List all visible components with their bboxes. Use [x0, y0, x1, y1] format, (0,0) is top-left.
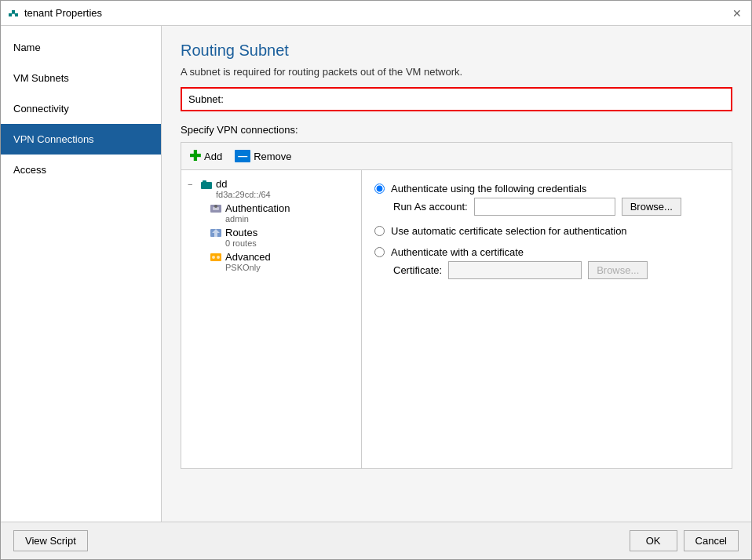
radio3-container: Authenticate with a certificate Certific… [374, 246, 719, 279]
tree-advanced-sublabel: PSKOnly [225, 263, 271, 272]
cert-row: Certificate: Browse... [393, 261, 719, 279]
sidebar: Name VM Subnets Connectivity VPN Connect… [1, 26, 162, 522]
svg-point-9 [214, 205, 217, 208]
tree-root-label-group: dd fd3a:29cd::/64 [216, 178, 271, 199]
remove-button[interactable]: — Remove [235, 150, 291, 162]
radio2-label: Use automatic certificate selection for … [391, 225, 627, 237]
tree-routes-label: Routes [225, 227, 257, 238]
tree-root-icon [200, 178, 213, 191]
description-text: A subnet is required for routing packets… [181, 66, 732, 78]
tree-auth-item[interactable]: Authentication admin [206, 201, 358, 225]
tree-routes-sublabel: 0 routes [225, 238, 257, 248]
tree-advanced-label-group: Advanced PSKOnly [225, 251, 271, 272]
footer-buttons: OK Cancel [630, 530, 739, 551]
add-label: Add [204, 151, 222, 162]
radio2-row: Use automatic certificate selection for … [374, 225, 719, 237]
sidebar-item-vm-subnets[interactable]: VM Subnets [1, 63, 161, 93]
sidebar-item-access[interactable]: Access [1, 155, 161, 185]
tree-pane: − dd fd3a:29cd::/64 [181, 170, 362, 468]
main-window: tenant Properties ✕ Name VM Subnets Conn… [0, 0, 752, 560]
run-as-input[interactable] [474, 198, 615, 216]
tree-expand-icon: − [188, 180, 197, 189]
vpn-section-label: Specify VPN connections: [181, 124, 732, 136]
radio2-input[interactable] [374, 226, 385, 236]
tree-advanced-label: Advanced [225, 251, 271, 263]
radio1-label: Authenticate using the following credent… [391, 183, 586, 195]
ok-button[interactable]: OK [630, 530, 677, 551]
radio1-row: Authenticate using the following credent… [374, 183, 719, 195]
tree-routes-item[interactable]: Routes 0 routes [206, 225, 358, 249]
tree-auth-sublabel: admin [225, 214, 290, 224]
title-bar-left: tenant Properties [7, 7, 102, 20]
tree-auth-icon [210, 202, 222, 215]
tree-routes-icon [210, 227, 222, 239]
cert-label: Certificate: [393, 264, 442, 276]
tree-root-label: dd [216, 178, 271, 190]
window-icon [7, 7, 20, 20]
vpn-panel: ✚ Add — Remove − [181, 142, 732, 469]
svg-rect-2 [12, 10, 15, 13]
radio1-container: Authenticate using the following credent… [374, 183, 719, 216]
content-area: Routing Subnet A subnet is required for … [162, 26, 751, 522]
add-icon: ✚ [189, 147, 201, 165]
svg-rect-6 [203, 180, 206, 183]
subnet-row: Subnet: [181, 87, 732, 111]
remove-label: Remove [254, 151, 291, 162]
tree-root-sublabel: fd3a:29cd::/64 [216, 190, 271, 199]
tree-advanced-icon [210, 251, 222, 264]
sidebar-item-connectivity[interactable]: Connectivity [1, 93, 161, 124]
run-as-label: Run As account: [393, 201, 468, 213]
main-content: Name VM Subnets Connectivity VPN Connect… [1, 26, 751, 522]
svg-point-14 [217, 256, 220, 259]
cert-input[interactable] [448, 261, 582, 279]
sidebar-item-vpn-connections[interactable]: VPN Connections [1, 124, 161, 155]
svg-rect-5 [201, 182, 212, 189]
tree-auth-label: Authentication [225, 202, 290, 214]
vpn-toolbar: ✚ Add — Remove [181, 143, 732, 170]
tree-routes-label-group: Routes 0 routes [225, 227, 257, 248]
window-title: tenant Properties [24, 7, 102, 19]
footer: View Script OK Cancel [1, 522, 751, 559]
cancel-button[interactable]: Cancel [684, 530, 739, 551]
tree-root-item[interactable]: − dd fd3a:29cd::/64 [184, 176, 358, 201]
browse2-button[interactable]: Browse... [588, 261, 648, 279]
radio3-row: Authenticate with a certificate [374, 246, 719, 258]
close-button[interactable]: ✕ [729, 5, 745, 21]
tree-advanced-item[interactable]: Advanced PSKOnly [206, 249, 358, 274]
page-title: Routing Subnet [181, 42, 732, 60]
detail-pane: Authenticate using the following credent… [362, 170, 732, 468]
radio-group: Authenticate using the following credent… [374, 183, 719, 279]
radio3-label: Authenticate with a certificate [391, 246, 524, 258]
subnet-label: Subnet: [188, 93, 224, 105]
vpn-body: − dd fd3a:29cd::/64 [181, 170, 732, 468]
browse1-button[interactable]: Browse... [622, 198, 681, 216]
title-bar: tenant Properties ✕ [1, 1, 751, 26]
radio1-input[interactable] [374, 184, 385, 194]
subnet-input[interactable] [233, 93, 725, 105]
remove-icon: — [235, 150, 250, 162]
radio3-input[interactable] [374, 247, 385, 257]
sidebar-item-name[interactable]: Name [1, 32, 161, 63]
run-as-row: Run As account: Browse... [393, 198, 719, 216]
add-button[interactable]: ✚ Add [189, 147, 222, 165]
svg-point-13 [212, 256, 215, 259]
tree-auth-label-group: Authentication admin [225, 202, 290, 224]
view-script-button[interactable]: View Script [13, 530, 88, 551]
